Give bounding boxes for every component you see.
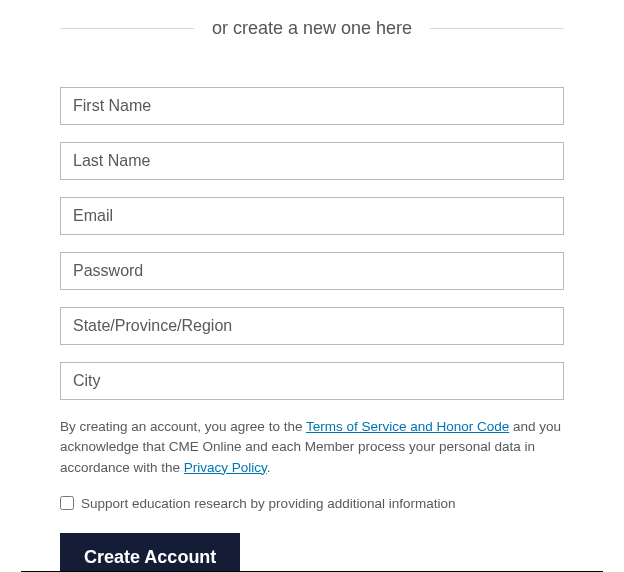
create-account-button[interactable]: Create Account (60, 533, 240, 572)
divider-line-right (430, 28, 564, 29)
privacy-link[interactable]: Privacy Policy (184, 460, 267, 475)
last-name-input[interactable] (60, 142, 564, 180)
email-input[interactable] (60, 197, 564, 235)
state-input[interactable] (60, 307, 564, 345)
divider-row: or create a new one here (60, 18, 564, 39)
research-checkbox-label: Support education research by providing … (81, 496, 455, 511)
tos-link[interactable]: Terms of Service and Honor Code (306, 419, 509, 434)
password-input[interactable] (60, 252, 564, 290)
research-checkbox[interactable] (60, 496, 74, 510)
agreement-text: By creating an account, you agree to the… (60, 417, 564, 478)
research-checkbox-row[interactable]: Support education research by providing … (60, 496, 564, 511)
signup-form-container: or create a new one here By creating an … (0, 0, 624, 572)
first-name-input[interactable] (60, 87, 564, 125)
divider-text: or create a new one here (212, 18, 412, 39)
agreement-prefix: By creating an account, you agree to the (60, 419, 306, 434)
agreement-suffix: . (267, 460, 271, 475)
city-input[interactable] (60, 362, 564, 400)
divider-line-left (60, 28, 194, 29)
